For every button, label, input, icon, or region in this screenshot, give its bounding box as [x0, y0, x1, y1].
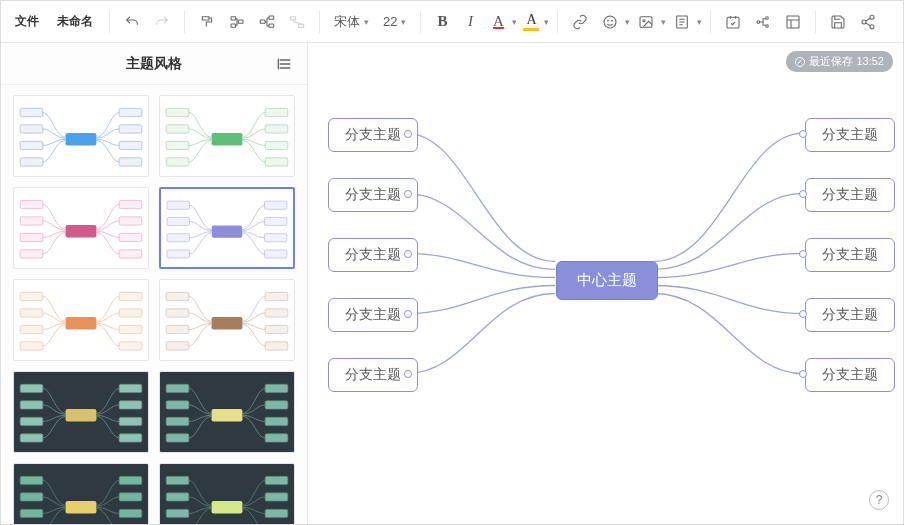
- help-icon[interactable]: ?: [869, 490, 889, 510]
- svg-point-20: [862, 20, 866, 24]
- svg-point-17: [766, 24, 769, 27]
- svg-rect-53: [265, 217, 287, 225]
- svg-rect-99: [20, 509, 43, 517]
- theme-option-6[interactable]: [13, 371, 149, 453]
- branch-topic-node[interactable]: 分支主题: [805, 298, 895, 332]
- theme-option-8[interactable]: [13, 463, 149, 524]
- svg-rect-82: [119, 417, 142, 425]
- branch-topic-node[interactable]: 分支主题: [805, 178, 895, 212]
- theme-option-7[interactable]: [159, 371, 295, 453]
- svg-rect-47: [20, 250, 43, 258]
- child-topic-icon[interactable]: [253, 8, 281, 36]
- svg-rect-25: [20, 125, 43, 133]
- svg-rect-107: [265, 493, 288, 501]
- collapse-icon[interactable]: [275, 54, 295, 74]
- svg-rect-64: [119, 325, 142, 333]
- branch-topic-node[interactable]: 分支主题: [805, 238, 895, 272]
- svg-rect-39: [265, 158, 288, 166]
- bold-button[interactable]: B: [429, 9, 455, 35]
- svg-rect-58: [66, 317, 97, 329]
- svg-rect-48: [119, 250, 142, 258]
- link-icon[interactable]: [566, 8, 594, 36]
- node-connector-dot: [404, 370, 412, 378]
- svg-rect-41: [20, 200, 43, 208]
- svg-point-9: [608, 20, 609, 21]
- share-icon[interactable]: [854, 8, 882, 36]
- mindmap-canvas[interactable]: ✓最近保存 13:52 中心主题 分支主题分支主题分支主题分支主题分支主题分支主…: [308, 43, 903, 524]
- undo-icon[interactable]: [118, 8, 146, 36]
- svg-rect-79: [20, 401, 43, 409]
- svg-rect-89: [265, 401, 288, 409]
- svg-rect-2: [238, 20, 243, 23]
- svg-rect-42: [119, 200, 142, 208]
- file-menu[interactable]: 文件: [7, 9, 47, 34]
- svg-rect-67: [212, 317, 243, 329]
- svg-rect-6: [290, 16, 295, 19]
- svg-point-15: [757, 20, 760, 23]
- svg-rect-24: [119, 108, 142, 116]
- svg-rect-43: [20, 217, 43, 225]
- svg-rect-54: [167, 234, 189, 242]
- theme-option-2[interactable]: [13, 187, 149, 269]
- task-icon[interactable]: [719, 8, 747, 36]
- top-toolbar: 文件 未命名 宋体▾ 22▾ B I A▾ A▾ ▾ ▾ ▾: [1, 1, 903, 43]
- theme-option-3[interactable]: [159, 187, 295, 269]
- svg-rect-4: [269, 16, 274, 19]
- document-title[interactable]: 未命名: [49, 9, 101, 34]
- font-family-select[interactable]: 宋体▾: [328, 11, 375, 33]
- format-painter-icon[interactable]: [193, 8, 221, 36]
- svg-rect-40: [66, 225, 97, 237]
- svg-rect-73: [265, 325, 288, 333]
- svg-point-19: [870, 15, 874, 19]
- structure-icon[interactable]: [749, 8, 777, 36]
- theme-option-4[interactable]: [13, 279, 149, 361]
- save-icon[interactable]: [824, 8, 852, 36]
- theme-option-0[interactable]: [13, 95, 149, 177]
- center-topic-node[interactable]: 中心主题: [556, 261, 658, 300]
- svg-rect-100: [119, 509, 142, 517]
- svg-rect-63: [20, 325, 43, 333]
- note-icon[interactable]: ▾: [668, 8, 702, 36]
- svg-rect-52: [167, 217, 189, 225]
- svg-rect-34: [166, 125, 189, 133]
- svg-rect-84: [119, 434, 142, 442]
- svg-rect-32: [166, 108, 189, 116]
- sibling-topic-icon[interactable]: [223, 8, 251, 36]
- svg-rect-71: [265, 309, 288, 317]
- theme-sidebar: 主题风格: [1, 43, 308, 524]
- text-color-button[interactable]: A▾: [519, 11, 549, 33]
- theme-option-5[interactable]: [159, 279, 295, 361]
- svg-point-12: [643, 19, 645, 21]
- svg-rect-0: [231, 16, 236, 19]
- svg-rect-76: [66, 409, 97, 421]
- image-icon[interactable]: ▾: [632, 8, 666, 36]
- svg-rect-14: [727, 17, 739, 28]
- underline-button[interactable]: A▾: [485, 9, 517, 35]
- svg-rect-44: [119, 217, 142, 225]
- node-connector-dot: [799, 250, 807, 258]
- svg-rect-68: [166, 292, 189, 300]
- italic-button[interactable]: I: [457, 9, 483, 35]
- node-connector-dot: [799, 370, 807, 378]
- svg-point-16: [766, 16, 769, 19]
- font-size-select[interactable]: 22▾: [377, 12, 412, 31]
- branch-topic-node[interactable]: 分支主题: [805, 358, 895, 392]
- svg-rect-37: [265, 141, 288, 149]
- node-connector-dot: [799, 190, 807, 198]
- svg-rect-77: [20, 384, 43, 392]
- svg-rect-49: [212, 226, 242, 238]
- redo-icon[interactable]: [148, 8, 176, 36]
- theme-option-1[interactable]: [159, 95, 295, 177]
- svg-rect-96: [119, 476, 142, 484]
- svg-point-21: [870, 24, 874, 28]
- svg-rect-66: [119, 342, 142, 350]
- svg-rect-33: [265, 108, 288, 116]
- layout-icon[interactable]: [779, 8, 807, 36]
- svg-rect-35: [265, 125, 288, 133]
- node-connector-dot: [799, 130, 807, 138]
- theme-option-9[interactable]: [159, 463, 295, 524]
- relation-icon[interactable]: [283, 8, 311, 36]
- svg-rect-98: [119, 493, 142, 501]
- emoji-icon[interactable]: ▾: [596, 8, 630, 36]
- branch-topic-node[interactable]: 分支主题: [805, 118, 895, 152]
